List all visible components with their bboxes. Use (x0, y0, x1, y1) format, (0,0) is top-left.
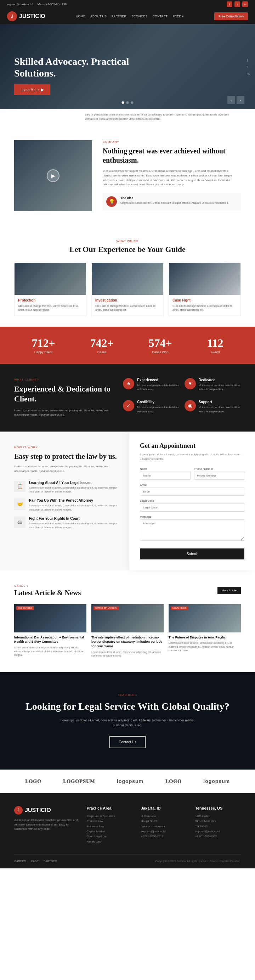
news-title-1: International Bar Association – Environm… (14, 635, 86, 644)
consultation-button[interactable]: Free Consultation (214, 13, 248, 20)
logos-bar: 𝐋𝐎𝐆𝐎 𝐋𝐎𝐆𝐎𝐏𝐒𝐔𝐌 logopsum 𝐋𝐎𝐆𝐎 logopsum (0, 770, 255, 793)
footer-jakarta-title: Jakarta, ID (141, 806, 187, 810)
company-image-inner: ▶ (14, 140, 92, 211)
appt-message-row: Message (140, 515, 244, 542)
hero-nav-arrows: ‹ › (227, 96, 244, 104)
company-body: Duis ullamcorper consequat maximus. Cras… (103, 169, 241, 187)
support-body: Mi risus erat parntbus dolo habilitas ve… (199, 405, 241, 414)
cta-section: Read blog Looking for Legal Service With… (0, 672, 255, 770)
nav-services[interactable]: SERVICES (131, 14, 147, 18)
appt-email-input[interactable] (140, 487, 244, 496)
service-title-investigation: Investigation (95, 298, 160, 302)
credibility-title: Credibility (137, 400, 179, 404)
appt-name-input[interactable] (140, 472, 190, 480)
appt-email-field: Email (140, 483, 244, 496)
company-text: Company Nothing great was ever achieved … (103, 140, 241, 210)
logo-5: logopsum (203, 778, 230, 784)
cta-contact-button[interactable]: Contact Us (109, 736, 145, 748)
facebook-side-icon[interactable]: f (247, 58, 250, 62)
facebook-icon[interactable]: f (226, 2, 232, 7)
nav-partner[interactable]: PARTNER (112, 14, 127, 18)
footer-practice-title: Practice Area (87, 806, 133, 810)
why-card-credibility: ✓ Credibility Mi risus erat parntbus dol… (123, 400, 179, 417)
the-idea-block: 💡 The Idea Magna non cursus laoreet. Don… (103, 193, 241, 210)
credibility-icon: ✓ (123, 400, 134, 411)
hero-dot-3[interactable] (131, 101, 133, 104)
stat-awards: 112 Award (207, 337, 223, 354)
idea-body: Magna non cursus laoreet. Donec tincidun… (120, 201, 229, 205)
footer: J JUSTICIO Justicio is an Elementor temp… (0, 793, 255, 869)
news-title-3: The Future of Disputes in Asia Pacific (169, 635, 241, 640)
footer-top: J JUSTICIO Justicio is an Elementor temp… (14, 806, 241, 844)
how-body: Lorem ipsum dolor sit amet, consectetur … (14, 465, 119, 474)
step-3-body: Lorem ipsum dolor sit amet, consectetur … (29, 522, 119, 530)
arrow-icon: ▶ (41, 87, 44, 92)
nav-contact[interactable]: CONTACT (152, 14, 168, 18)
why-card-dedicated: ♥ Dedicated Mi risus erat parntbus dolo … (185, 378, 241, 395)
step-2: 🤝 Pair You Up With The Perfect Attorney … (14, 498, 119, 512)
more-articles-button[interactable]: More Article (217, 587, 241, 594)
step-1-content: Learning About All Your Legal Issues Lor… (29, 481, 119, 494)
service-body-investigation: Investigation Click add to change this t… (92, 295, 163, 316)
appt-phone-label: Phone Number (194, 467, 245, 471)
step-3-title: Fight For Your Rights In Court (29, 517, 119, 520)
step-1-title: Learning About All Your Legal Issues (29, 481, 119, 485)
service-image-protection (14, 263, 86, 295)
news-title-2: The interruptive effect of mediation in … (91, 635, 164, 649)
nav-about[interactable]: ABOUT US (90, 14, 107, 18)
experienced-icon: ★ (123, 378, 134, 390)
instagram-side-icon[interactable]: ig (247, 71, 250, 75)
appt-phone-input[interactable] (194, 472, 245, 480)
hero-section: f t ig Skilled Advocacy. Practical Solut… (0, 24, 255, 109)
footer-jakarta: Jakarta, ID Jl Campaco,Hangli No 22,Jaka… (141, 806, 187, 844)
hero-next-arrow[interactable]: › (237, 96, 244, 104)
why-card-support: ◉ Support Mi risus erat parntbus dolo ha… (185, 400, 241, 417)
learn-more-button[interactable]: Learn More ▶ (14, 84, 50, 95)
step-2-body: Lorem ipsum dolor sit amet, consectetur … (29, 503, 119, 512)
news-card-2: STATUS OF NATIONS The interruptive effec… (91, 604, 164, 658)
how-tag: How It Work (14, 446, 119, 449)
hero-dot-1[interactable] (122, 101, 124, 104)
appointment-form: Get an Appointment Lorem ipsum dolor sit… (129, 431, 255, 570)
footer-bottom: CAREER CASE PARTNER Copyright © 2021 Jus… (14, 854, 241, 863)
footer-jakarta-items: Jl Campaco,Hangli No 22,Jakarta - Indone… (141, 814, 187, 839)
service-desc-casefight: Click add to change this text. Lorem ips… (173, 304, 237, 312)
appt-submit-button[interactable]: Submit (140, 549, 244, 560)
footer-logo-icon: J (14, 806, 23, 815)
cta-tag: Read blog (14, 694, 241, 697)
linkedin-icon[interactable]: in (242, 2, 248, 7)
service-body-casefight: Case Fight Click add to change this text… (169, 295, 241, 316)
footer-case-link[interactable]: CASE (31, 859, 39, 863)
stat-happy-clients: 712+ Happy Client (32, 337, 55, 354)
footer-career-link[interactable]: CAREER (14, 859, 26, 863)
why-cards-grid: ★ Experienced Mi risus erat parntbus dol… (123, 378, 241, 418)
company-section: ▶ Company Nothing great was ever achieve… (0, 126, 255, 225)
appt-case-input[interactable] (140, 503, 244, 512)
nav-logo: J JUSTICIO (7, 11, 45, 21)
twitter-icon[interactable]: t (234, 2, 240, 7)
stats-bar: 712+ Happy Client 742+ Cases 574+ Cases … (0, 327, 255, 364)
news-header-left: Career Latest Article & News (14, 584, 81, 597)
news-section: Career Latest Article & News More Articl… (0, 570, 255, 672)
nav-free[interactable]: FREE ▾ (173, 14, 184, 18)
experienced-body: Mi risus erat parntbus dolo habilitas ve… (137, 383, 179, 391)
footer-logo: J JUSTICIO (14, 806, 78, 815)
stat-happy-label: Happy Client (32, 350, 55, 354)
appt-message-textarea[interactable] (140, 519, 244, 541)
hero-dot-2[interactable] (127, 101, 129, 104)
step-1: 📋 Learning About All Your Legal Issues L… (14, 481, 119, 494)
hero-prev-arrow[interactable]: ‹ (227, 96, 235, 104)
twitter-side-icon[interactable]: t (247, 64, 250, 69)
footer-partner-link[interactable]: PARTNER (44, 859, 57, 863)
idea-icon: 💡 (106, 196, 117, 207)
service-title-casefight: Case Fight (173, 298, 237, 302)
nav-home[interactable]: HOME (76, 14, 86, 18)
why-card-content-dedicated: Dedicated Mi risus erat parntbus dolo ha… (199, 378, 241, 391)
news-body-1: Lorem ipsum dolor sit amet, consectetur … (14, 646, 86, 657)
stat-awards-label: Award (207, 350, 223, 354)
support-title: Support (199, 400, 241, 404)
phone-text: Main: +1-555-00-1138 (38, 3, 67, 6)
top-bar: support@justicio.ltd Main: +1-555-00-113… (0, 0, 255, 8)
play-button[interactable]: ▶ (47, 169, 60, 182)
news-grid: RECOGNIZED International Bar Association… (14, 604, 241, 658)
